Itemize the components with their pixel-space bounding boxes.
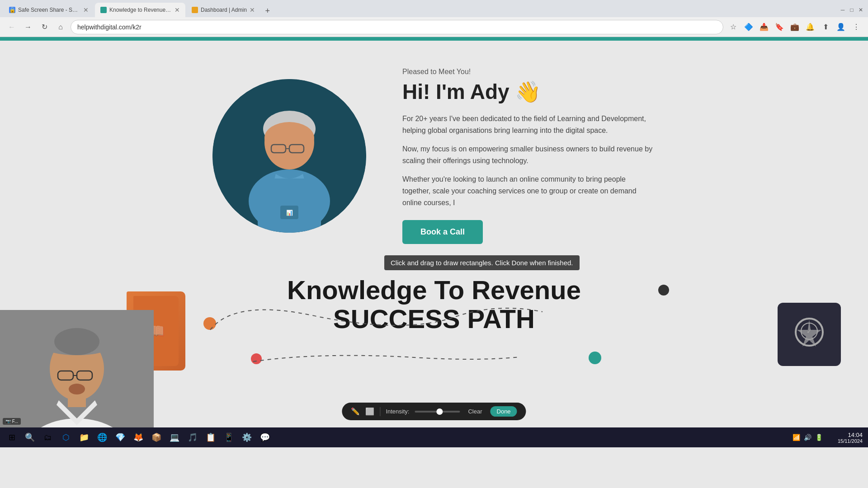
name-heading: Hi! I'm Ady 👋 (402, 80, 656, 104)
browser-chrome: 🔒 Safe Screen Share - Share you... ✕ Kno… (0, 0, 868, 37)
profile-container: 📊 Click and drag to draw rectangles. Cli… (212, 79, 366, 233)
tab-favicon-3 (192, 7, 198, 13)
browser-tabs: 🔒 Safe Screen Share - Share you... ✕ Kno… (4, 3, 835, 17)
webcam-overlay: 📷 F... (0, 310, 154, 427)
bookmark-icon[interactable]: ☆ (727, 21, 740, 33)
extension-icon-2[interactable]: 📥 (758, 21, 770, 33)
tab-favicon-2 (100, 7, 107, 13)
svg-rect-25 (68, 398, 86, 407)
profile-circle: 📊 (212, 79, 366, 233)
browser-tab-1[interactable]: 🔒 Safe Screen Share - Share you... ✕ (4, 3, 94, 17)
about-para-2: Now, my focus is on empowering smaller b… (402, 143, 656, 166)
vscode-icon[interactable]: 💎 (112, 429, 128, 446)
extension-icon-1[interactable]: 🔷 (742, 21, 755, 33)
page-content: 📊 Click and drag to draw rectangles. Cli… (0, 41, 868, 447)
new-tab-button[interactable]: + (261, 5, 274, 17)
about-para-1: For 20+ years I've been dedicated to the… (402, 113, 656, 136)
pleased-label: Pleased to Meet You! (402, 68, 656, 76)
browser-tab-3[interactable]: Dashboard | Admin ✕ (186, 3, 260, 17)
badge-svg: ✓ (789, 314, 830, 355)
slider-thumb (436, 408, 443, 415)
taskbar-time-text: 14:04 (838, 432, 863, 438)
tab-title-3: Dashboard | Admin (201, 7, 247, 13)
chrome-icon[interactable]: 🌐 (94, 429, 110, 446)
phone-icon[interactable]: 📱 (221, 429, 237, 446)
browser-toolbar: ← → ↻ ⌂ helpwithdigital.com/k2r ☆ 🔷 📥 🔖 … (0, 17, 868, 37)
settings-icon[interactable]: ⚙️ (239, 429, 255, 446)
notes-icon[interactable]: 📋 (203, 429, 219, 446)
annotation-message: Click and drag to draw rectangles. Click… (391, 259, 573, 267)
webcam-label: 📷 F... (3, 418, 21, 425)
back-button[interactable]: ← (5, 21, 18, 33)
about-section: 📊 Click and drag to draw rectangles. Cli… (0, 41, 868, 271)
refresh-button[interactable]: ↻ (38, 21, 51, 33)
site-topbar (0, 37, 868, 41)
annotation-overlay-text: Click and drag to draw rectangles. Click… (384, 255, 580, 270)
network-icon[interactable]: 📶 (793, 434, 800, 441)
forward-button[interactable]: → (22, 21, 34, 33)
intensity-label: Intensity: (386, 408, 409, 415)
clear-button[interactable]: Clear (465, 407, 485, 416)
taskview-button[interactable]: 🗂 (40, 429, 56, 446)
dot-green (589, 352, 601, 364)
address-bar[interactable]: helpwithdigital.com/k2r (71, 20, 723, 34)
book-call-button[interactable]: Book a Call (402, 220, 483, 244)
taskbar-clock[interactable]: 14:04 15/11/2024 (838, 432, 863, 444)
url-text: helpwithdigital.com/k2r (77, 23, 717, 31)
firefox-icon[interactable]: 🦊 (130, 429, 146, 446)
minimize-button[interactable]: ─ (839, 6, 846, 14)
extension-icon-3[interactable]: 🔖 (773, 21, 786, 33)
system-tray: 📶 🔊 🔋 (793, 434, 823, 441)
annotation-toolbar: ✏️ ⬜ Intensity: Clear Done (342, 403, 526, 420)
whatsapp-icon[interactable]: 💬 (257, 429, 273, 446)
tab-close-2[interactable]: ✕ (175, 6, 180, 14)
profile-svg: 📊 (212, 79, 366, 233)
tab-title-2: Knowledge to Revenue | Desig... (109, 7, 172, 13)
svg-point-24 (69, 384, 85, 394)
page-wrapper: 🔒 Safe Screen Share - Share you... ✕ Kno… (0, 0, 868, 447)
tab-close-3[interactable]: ✕ (250, 6, 255, 14)
extension-icon-6[interactable]: ⬆ (819, 21, 832, 33)
tab-favicon-1: 🔒 (9, 7, 15, 13)
webcam-person-svg (0, 310, 154, 427)
about-text-block: Pleased to Meet You! Hi! I'm Ady 👋 For 2… (402, 68, 656, 244)
toolbar-divider (380, 407, 380, 416)
svg-point-20 (54, 328, 99, 355)
close-button[interactable]: ✕ (857, 6, 864, 14)
browser-tab-2[interactable]: Knowledge to Revenue | Desig... ✕ (95, 3, 185, 17)
annotation-rect-icon[interactable]: ⬜ (365, 407, 374, 416)
taskbar: ⊞ 🔍 🗂 ⬡ 📁 🌐 💎 🦊 📦 💻 🎵 📋 📱 ⚙️ 💬 📶 🔊 🔋 14:… (0, 427, 868, 447)
taskbar-date-text: 15/11/2024 (838, 438, 863, 444)
explorer-icon[interactable]: 📁 (76, 429, 92, 446)
extension-icon-5[interactable]: 🔔 (804, 21, 816, 33)
browser-titlebar: 🔒 Safe Screen Share - Share you... ✕ Kno… (0, 0, 868, 17)
tab-title-1: Safe Screen Share - Share you... (18, 7, 80, 13)
start-button[interactable]: ⊞ (4, 429, 20, 446)
window-controls: ─ □ ✕ (835, 6, 864, 14)
toolbar-icons: ☆ 🔷 📥 🔖 💼 🔔 ⬆ 👤 ⋮ (727, 21, 863, 33)
music-icon[interactable]: 🎵 (184, 429, 201, 446)
dot-red (251, 353, 262, 364)
edge-icon[interactable]: ⬡ (58, 429, 74, 446)
discord-icon[interactable]: 📦 (148, 429, 165, 446)
dot-orange (203, 317, 216, 330)
annotation-pen-icon[interactable]: ✏️ (351, 407, 360, 416)
dot-dark (658, 285, 669, 296)
volume-icon[interactable]: 🔊 (804, 434, 811, 441)
webcam-person (0, 310, 154, 427)
svg-text:📊: 📊 (286, 209, 293, 216)
tab-close-1[interactable]: ✕ (83, 6, 89, 14)
intensity-slider[interactable] (415, 411, 460, 413)
svg-text:✓: ✓ (807, 328, 812, 335)
extension-icon-4[interactable]: 💼 (788, 21, 801, 33)
profile-icon[interactable]: 👤 (835, 21, 847, 33)
home-button[interactable]: ⌂ (54, 21, 67, 33)
badge-graphic: ✓ (778, 303, 841, 366)
battery-icon[interactable]: 🔋 (815, 434, 823, 441)
about-para-3: Whether you're looking to launch an onli… (402, 174, 656, 208)
terminal-icon[interactable]: 💻 (166, 429, 183, 446)
maximize-button[interactable]: □ (848, 6, 855, 14)
search-button[interactable]: 🔍 (22, 429, 38, 446)
menu-icon[interactable]: ⋮ (850, 21, 863, 33)
done-button[interactable]: Done (491, 406, 517, 417)
